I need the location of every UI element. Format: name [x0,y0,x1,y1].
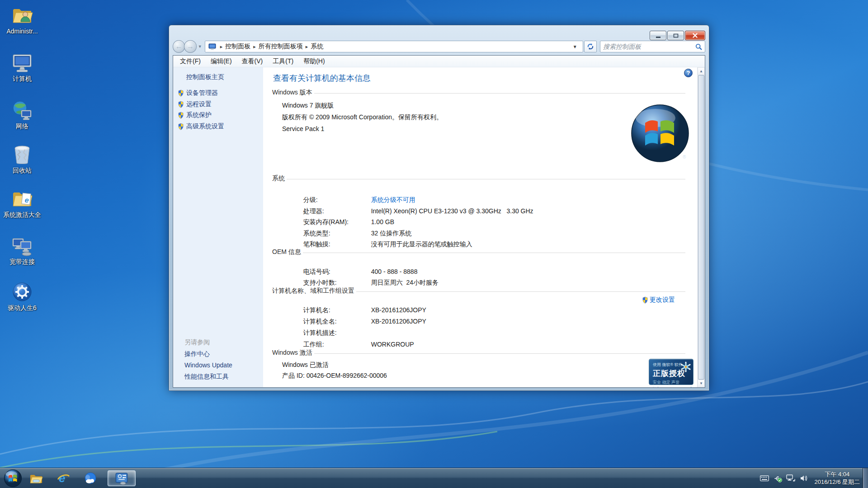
taskbar-explorer-button[interactable] [26,470,46,486]
breadcrumb-system[interactable]: 系统 [311,42,323,51]
window-content: 文件(F) 编辑(E) 查看(V) 工具(T) 帮助(H) 控制面板主页 [173,55,705,388]
scroll-down-icon[interactable]: ▼ [698,380,705,387]
explorer-icon [29,473,43,484]
genuine-microsoft-badge[interactable]: 使用 微软® 软件 正版授权 安全 稳定 声誉 [649,359,693,385]
search-box [600,41,705,52]
desktop-icon-label: 系统激活大全 [3,211,42,218]
svg-text:e: e [24,196,29,204]
sidebar-item-control-panel-home[interactable]: 控制面板主页 [186,73,224,81]
uac-shield-icon [642,296,648,304]
change-settings-link[interactable]: 更改设置 [642,296,675,304]
windows-logo: ® [630,103,690,163]
sidebar-item-windows-update[interactable]: Windows Update [184,361,232,369]
broadband-connection-icon [11,235,33,257]
system-page-icon [208,43,216,50]
section-system: 系统 [272,174,685,183]
vertical-scrollbar[interactable]: ▲ ▼ [697,67,705,387]
sidebar-item-performance-tools[interactable]: 性能信息和工具 [184,373,229,381]
minimize-icon [656,33,661,38]
activation-status: Windows 已激活 [282,361,329,369]
qq-browser-icon [84,472,97,485]
menu-help[interactable]: 帮助(H) [298,56,330,67]
desktop-icon-network[interactable]: 网络 [3,99,42,130]
support-hours-row: 支持小时数:周日至周六 24小时服务 [282,272,620,281]
usb-device-icon[interactable] [773,474,782,483]
desktop-icon-recycle-bin[interactable]: 回收站 [3,144,42,174]
menu-tools[interactable]: 工具(T) [268,56,298,67]
sidebar-item-label: 系统保护 [186,111,212,119]
windows-edition: Windows 7 旗舰版 [282,102,334,110]
breadcrumb-control-panel[interactable]: 控制面板 [225,42,250,51]
menu-edit[interactable]: 编辑(E) [206,56,237,67]
sidebar-item-advanced-settings[interactable]: 高级系统设置 [178,122,224,131]
workgroup-row: 工作组:WORKGROUP [282,333,620,343]
cpu-row: 处理器:Intel(R) Xeon(R) CPU E3-1230 v3 @ 3.… [282,200,620,209]
desktop-icon-activation-folder[interactable]: e 系统激活大全 [3,188,42,218]
refresh-button[interactable] [584,41,597,52]
computer-fullname-row: 计算机全名:XB-20161206JOPY [282,310,620,319]
learn-more-online-link[interactable]: 联机了解更多内容 [650,386,697,387]
desktop-icon-label: 网络 [3,122,42,130]
scrollbar-thumb[interactable] [698,75,704,380]
help-icon[interactable]: ? [684,69,693,77]
touch-keyboard-icon[interactable] [760,474,769,483]
desktop: Administr... 计算机 网络 [0,0,868,488]
search-input[interactable] [603,43,695,50]
address-dropdown-icon[interactable]: ▼ [569,44,581,49]
folder-ie-icon: e [11,188,33,210]
refresh-icon [587,43,594,50]
taskbar-clock[interactable]: 下午 4:04 2016/12/6 星期二 [815,470,860,486]
scroll-up-icon[interactable]: ▲ [698,67,705,75]
menu-file[interactable]: 文件(F) [175,56,206,67]
sidebar-item-label: 远程设置 [186,100,212,108]
sidebar-item-label: 设备管理器 [186,89,218,97]
network-icon[interactable] [786,474,795,483]
search-icon[interactable] [695,43,702,50]
sidebar-item-device-manager[interactable]: 设备管理器 [178,89,218,97]
recycle-bin-icon [11,144,33,165]
desktop-icon-administrator[interactable]: Administr... [3,5,42,35]
clock-date: 2016/12/6 星期二 [815,478,860,486]
computer-icon [11,52,33,74]
menu-view[interactable]: 查看(V) [237,56,268,67]
menu-bar: 文件(F) 编辑(E) 查看(V) 工具(T) 帮助(H) [173,56,705,67]
page-title: 查看有关计算机的基本信息 [273,73,371,84]
service-pack-line: Service Pack 1 [282,125,324,132]
sidebar-item-remote-settings[interactable]: 远程设置 [178,100,212,108]
navigation-bar: ← → ▼ ▸ 控制面板 ▸ 所有控制面板项 ▸ 系统 ▼ [173,38,705,55]
section-windows-activation: Windows 激活 [272,349,685,357]
section-windows-version: Windows 版本 [272,89,685,97]
system-window: ← → ▼ ▸ 控制面板 ▸ 所有控制面板项 ▸ 系统 ▼ [169,25,709,391]
uac-shield-icon [178,123,184,130]
address-bar[interactable]: ▸ 控制面板 ▸ 所有控制面板项 ▸ 系统 ▼ [205,41,583,52]
gear-circle-icon [11,281,33,303]
desktop-icon-label: 回收站 [3,167,42,174]
desktop-icon-broadband[interactable]: 宽带连接 [3,235,42,265]
pen-touch-row: 笔和触摸:没有可用于此显示器的笔或触控输入 [282,233,620,242]
desktop-icon-computer[interactable]: 计算机 [3,52,42,82]
taskbar: e [0,468,868,488]
desktop-icon-driver-tool[interactable]: 驱动人生6 [3,281,42,311]
taskbar-internet-explorer-button[interactable]: e [53,470,73,486]
desktop-icon-label: 计算机 [3,75,42,82]
show-desktop-button[interactable] [863,468,868,488]
uac-shield-icon [178,101,184,108]
taskbar-qq-browser-button[interactable] [80,470,100,486]
internet-explorer-icon: e [57,472,70,485]
product-id: 产品 ID: 00426-OEM-8992662-00006 [282,372,387,380]
sidebar: 控制面板主页 设备管理器 [173,67,263,387]
taskbar-control-panel-button[interactable] [108,470,136,486]
recent-pages-dropdown[interactable]: ▼ [198,44,202,49]
back-button[interactable]: ← [173,40,185,53]
sidebar-item-system-protection[interactable]: 系统保护 [178,111,212,119]
forward-button[interactable]: → [184,40,196,53]
sidebar-item-action-center[interactable]: 操作中心 [184,350,210,358]
desktop-icon-label: 驱动人生6 [3,304,42,311]
uac-shield-icon [178,89,184,97]
start-button[interactable] [4,469,22,488]
breadcrumb-all-items[interactable]: 所有控制面板项 [259,42,303,51]
volume-icon[interactable] [799,474,808,483]
clock-time: 下午 4:04 [815,470,860,478]
network-globe-icon [11,99,33,121]
desktop-icon-label: Administr... [3,28,42,35]
